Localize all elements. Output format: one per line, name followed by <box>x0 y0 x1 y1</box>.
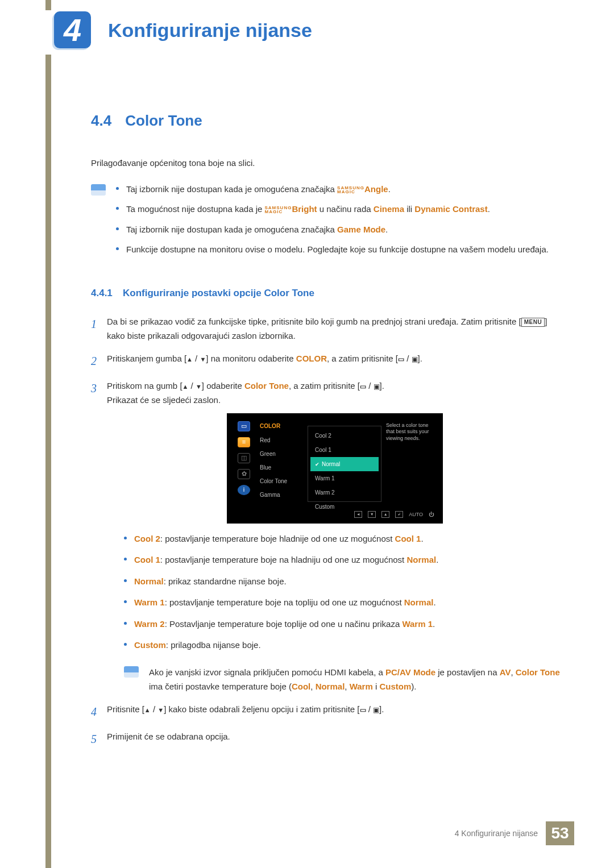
osd-icon-pip: ◫ <box>238 453 250 463</box>
section-number: 4.4 <box>91 108 111 133</box>
osd-menu-item: Red <box>260 435 305 445</box>
osd-option: Cool 2 <box>310 429 379 443</box>
option-description: Cool 2: postavljanje temperature boje hl… <box>124 531 563 546</box>
osd-menu-header: COLOR <box>260 421 305 431</box>
note-icon <box>91 184 106 196</box>
screen-icon <box>360 381 366 391</box>
footer-page-number: 53 <box>546 821 574 845</box>
osd-nav-auto: AUTO <box>409 510 423 519</box>
menu-key-icon: MENU <box>521 318 545 327</box>
osd-option: Warm 2 <box>310 485 379 500</box>
osd-menu-item: Gamma <box>260 490 305 500</box>
option-description: Warm 2: Postavljanje temperature boje to… <box>124 617 563 632</box>
samsung-magic-label: SAMSUNGMAGIC <box>337 186 364 194</box>
note-item: Taj izbornik nije dostupan kada je omogu… <box>116 222 563 237</box>
screen-icon <box>360 704 366 714</box>
osd-icon-display: ▭ <box>238 421 250 431</box>
section-intro: Prilagođavanje općenitog tona boje na sl… <box>91 156 563 171</box>
chapter-mask <box>42 10 55 55</box>
section-title: Color Tone <box>125 108 202 133</box>
osd-screenshot: ▭ ≡ ◫ ✿ i COLOR Red Green Blue Color Ton… <box>227 413 443 524</box>
note-item: Ta mogućnost nije dostupna kada je SAMSU… <box>116 202 563 217</box>
osd-icon-info: i <box>238 485 250 495</box>
note-item: Taj izbornik nije dostupan kada je omogu… <box>116 182 563 197</box>
side-accent-bar <box>45 0 51 868</box>
osd-options-column: Cool 2 Cool 1 Normal Warm 1 Warm 2 Custo… <box>308 426 381 502</box>
osd-option-selected: Normal <box>310 457 379 471</box>
osd-nav-power-icon: ⏻ <box>429 510 434 519</box>
osd-icon-settings: ✿ <box>238 469 250 479</box>
osd-description: Select a color tone that best suits your… <box>381 419 437 506</box>
option-description: Normal: prikaz standardne nijanse boje. <box>124 574 563 589</box>
step-number: 3 <box>91 379 107 694</box>
osd-menu-item: Color Tone <box>260 476 305 486</box>
step-item: 1 Da bi se prikazao vodič za funkcijske … <box>91 314 563 343</box>
down-arrow-icon <box>200 354 206 363</box>
step-number: 5 <box>91 729 107 749</box>
source-icon <box>374 381 380 391</box>
note-block: Taj izbornik nije dostupan kada je omogu… <box>91 182 563 263</box>
note-item: Funkcije dostupne na monitoru ovise o mo… <box>116 242 563 257</box>
option-description: Custom: prilagodba nijanse boje. <box>124 638 563 653</box>
chapter-title: Konfiguriranje nijanse <box>108 19 312 41</box>
source-icon <box>373 704 379 714</box>
osd-menu-column: COLOR Red Green Blue Color Tone Gamma <box>255 419 308 506</box>
step-item: 5 Primijenit će se odabrana opcija. <box>91 729 563 749</box>
step-number: 4 <box>91 702 107 721</box>
note-icon <box>124 666 139 678</box>
osd-icon-list: ≡ <box>238 437 250 447</box>
up-arrow-icon <box>182 381 189 391</box>
option-description: Cool 1: postavljanje temperature boje na… <box>124 553 563 567</box>
step-item: 3 Pritiskom na gumb [ / ] odaberite Colo… <box>91 379 563 694</box>
page-content: 4.4 Color Tone Prilagođavanje općenitog … <box>91 108 563 757</box>
up-arrow-icon <box>144 704 151 714</box>
osd-nav-up-icon: ▲ <box>381 511 389 518</box>
chapter-number-badge: 4 <box>54 11 91 48</box>
up-arrow-icon <box>186 354 193 363</box>
samsung-magic-label: SAMSUNGMAGIC <box>265 206 292 214</box>
down-arrow-icon <box>196 381 202 391</box>
subsection-number: 4.4.1 <box>91 288 113 298</box>
osd-nav-down-icon: ▼ <box>368 511 376 518</box>
step-number: 2 <box>91 351 107 371</box>
option-description: Warm 1: postavljanje temperature boje na… <box>124 595 563 610</box>
osd-nav-enter-icon: ↲ <box>395 511 403 518</box>
step-number: 1 <box>91 314 107 343</box>
osd-left-icons: ▭ ≡ ◫ ✿ i <box>233 419 255 506</box>
source-icon <box>412 354 418 363</box>
page-footer: 4 Konfiguriranje nijanse 53 <box>455 821 574 845</box>
subsection-title: Konfiguriranje postavki opcije Color Ton… <box>123 288 314 298</box>
osd-nav-left-icon: ◄ <box>354 511 362 518</box>
down-arrow-icon <box>157 704 164 714</box>
osd-menu-item: Green <box>260 449 305 459</box>
osd-option: Cool 1 <box>310 443 379 457</box>
footer-chapter-label: 4 Konfiguriranje nijanse <box>455 829 538 838</box>
step-item: 2 Pritiskanjem gumba [ / ] na monitoru o… <box>91 351 563 371</box>
osd-option: Warm 1 <box>310 471 379 485</box>
step-item: 4 Pritisnite [ / ] kako biste odabrali ž… <box>91 702 563 721</box>
osd-menu-item: Blue <box>260 463 305 472</box>
screen-icon <box>398 354 404 363</box>
